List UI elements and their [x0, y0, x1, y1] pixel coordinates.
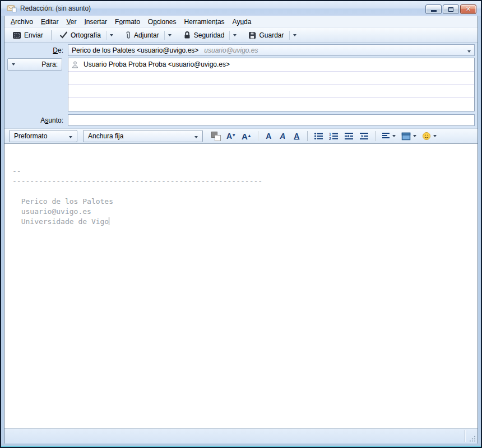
- menu-item-opciones[interactable]: Opciones: [144, 16, 180, 27]
- chevron-down-icon: [12, 63, 15, 66]
- security-label: Seguridad: [194, 31, 225, 39]
- recipient-type-button[interactable]: Para:: [7, 58, 62, 71]
- font-smaller-icon: A▼: [226, 132, 236, 140]
- underline-icon: A: [294, 132, 299, 140]
- attach-dropdown-button[interactable]: [165, 32, 174, 38]
- lock-icon: [183, 31, 191, 39]
- maximize-icon: [448, 7, 453, 12]
- recipient-row-empty[interactable]: [68, 98, 474, 111]
- security-dropdown-button[interactable]: [230, 32, 239, 38]
- subject-row: Asunto:: [4, 114, 478, 126]
- close-button[interactable]: ✕: [460, 4, 476, 14]
- menu-item-insertar[interactable]: Insertar: [80, 16, 111, 27]
- chevron-down-icon: [110, 34, 113, 36]
- menu-item-ver[interactable]: Ver: [62, 16, 80, 27]
- send-button[interactable]: Enviar: [8, 29, 48, 41]
- outdent-button[interactable]: [342, 130, 355, 142]
- chevron-down-icon: [194, 136, 198, 138]
- underline-button[interactable]: A: [291, 130, 303, 142]
- subject-input[interactable]: [68, 114, 475, 126]
- spelling-label: Ortografía: [71, 31, 101, 39]
- recipient-text: Usuario Proba Proba Proba <usuario@uvigo…: [84, 60, 230, 68]
- italic-button[interactable]: A: [277, 130, 289, 142]
- smiley-button[interactable]: [420, 130, 438, 142]
- font-select-value: Anchura fija: [88, 132, 123, 140]
- save-dropdown-button[interactable]: [290, 32, 299, 38]
- svg-text:2: 2: [329, 137, 331, 141]
- from-row: De: Perico de los Palotes <usuario@uvigo…: [4, 44, 478, 56]
- recipient-row-empty[interactable]: [68, 72, 474, 85]
- recipient-row[interactable]: Usuario Proba Proba Proba <usuario@uvigo…: [68, 58, 474, 72]
- background-color-swatch: [215, 135, 221, 141]
- window-title: Redacción: (sin asunto): [20, 4, 91, 12]
- menubar: Archivo Editar Ver Insertar Formato Opci…: [4, 16, 478, 28]
- numbered-list-button[interactable]: 1 2: [327, 130, 340, 142]
- font-select[interactable]: Anchura fija: [83, 130, 203, 142]
- indent-icon: [359, 132, 369, 140]
- table-button[interactable]: [400, 130, 418, 142]
- align-button[interactable]: [380, 130, 397, 142]
- from-hint: usuario@uvigo.es: [204, 46, 467, 54]
- menu-item-archivo[interactable]: Archivo: [7, 16, 37, 27]
- menu-item-herramientas[interactable]: Herramientas: [180, 16, 229, 27]
- chevron-down-icon: [293, 34, 296, 36]
- recipient-list: Usuario Proba Proba Proba <usuario@uvigo…: [68, 58, 475, 111]
- send-icon: [12, 31, 21, 39]
- signature-text: -- -------------------------------------…: [12, 167, 262, 226]
- recipients-area: Para: Usuario Proba Proba Proba <usuario…: [4, 58, 478, 111]
- close-icon: ✕: [466, 6, 471, 12]
- titlebar: Redacción: (sin asunto) ✕: [1, 1, 481, 16]
- minimize-icon: [431, 10, 437, 12]
- compose-toolbar: Enviar Ortografía: [4, 28, 478, 43]
- menu-item-editar[interactable]: Editar: [37, 16, 62, 27]
- recipient-row-empty[interactable]: [68, 85, 474, 98]
- send-label: Enviar: [24, 31, 43, 39]
- addressing-area: De: Perico de los Palotes <usuario@uvigo…: [4, 43, 478, 128]
- contact-icon: [72, 61, 78, 68]
- indent-button[interactable]: [358, 130, 370, 142]
- decrease-font-button[interactable]: A▼: [225, 130, 238, 142]
- outdent-icon: [344, 132, 354, 140]
- paragraph-format-select[interactable]: Preformato: [9, 130, 77, 142]
- bold-icon: A: [266, 132, 271, 140]
- table-icon: [401, 132, 411, 141]
- chevron-down-icon: [168, 34, 172, 36]
- minimize-button[interactable]: [425, 4, 442, 14]
- window-bottom-frame: [1, 444, 481, 447]
- numbered-list-icon: 1 2: [329, 132, 339, 140]
- font-larger-icon: A▲: [242, 132, 252, 141]
- text-color-picker[interactable]: [211, 132, 221, 141]
- window-content: Archivo Editar Ver Insertar Formato Opci…: [4, 16, 478, 444]
- chevron-down-icon: [433, 135, 437, 137]
- spellcheck-icon: [59, 31, 68, 39]
- menu-item-ayuda[interactable]: Ayuda: [229, 16, 256, 27]
- menu-item-formato[interactable]: Formato: [111, 16, 144, 27]
- smiley-icon: [422, 132, 431, 141]
- save-icon: [248, 31, 256, 39]
- compose-window: Redacción: (sin asunto) ✕ Archivo Editar…: [0, 0, 482, 448]
- bullet-list-icon: [314, 132, 323, 140]
- attach-label: Adjuntar: [134, 31, 159, 39]
- save-label: Guardar: [259, 31, 284, 39]
- security-button[interactable]: Seguridad: [179, 29, 229, 41]
- spelling-dropdown-button[interactable]: [107, 32, 116, 38]
- spelling-button[interactable]: Ortografía: [55, 29, 105, 41]
- increase-font-button[interactable]: A▲: [240, 130, 253, 142]
- message-body[interactable]: -- -------------------------------------…: [4, 144, 478, 428]
- save-button[interactable]: Guardar: [244, 29, 288, 41]
- bullet-list-button[interactable]: [312, 130, 325, 142]
- paragraph-format-value: Preformato: [14, 132, 47, 140]
- format-toolbar: Preformato Anchura fija A▼ A▲ A A A: [4, 128, 478, 144]
- envelope-compose-icon[interactable]: [7, 4, 17, 12]
- attach-button[interactable]: Adjuntar: [121, 29, 164, 41]
- to-label: Para:: [41, 60, 58, 68]
- from-value: Perico de los Palotes <usuario@uvigo.es>: [72, 46, 198, 54]
- maximize-button[interactable]: [443, 4, 459, 14]
- paperclip-icon: [125, 31, 131, 39]
- resize-grip-icon[interactable]: [469, 435, 476, 442]
- chevron-down-icon: [467, 50, 471, 53]
- align-icon: [382, 132, 390, 140]
- bold-button[interactable]: A: [263, 130, 275, 142]
- subject-label: Asunto:: [4, 116, 68, 124]
- from-select[interactable]: Perico de los Palotes <usuario@uvigo.es>…: [68, 44, 475, 56]
